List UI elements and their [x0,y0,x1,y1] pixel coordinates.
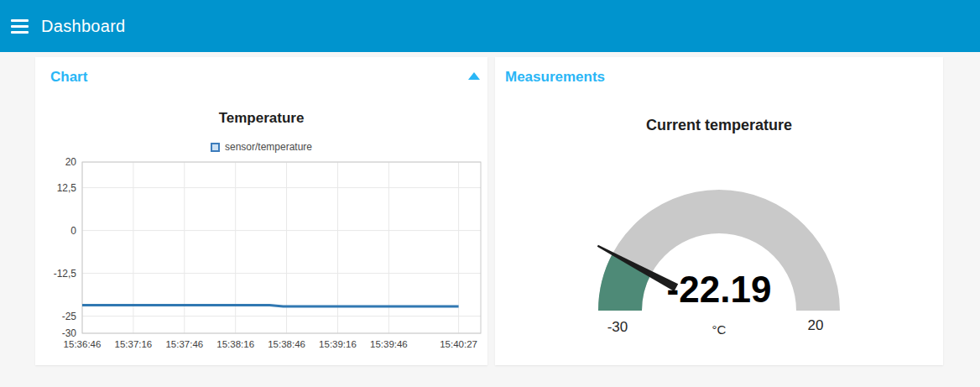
page-title: Dashboard [41,17,126,36]
legend-swatch-icon [211,143,220,152]
legend-item[interactable]: sensor/temperature [35,141,487,153]
gauge-min-label: -30 [607,319,628,336]
gauge-unit-label: °C [712,322,727,337]
chart-card-title: Chart [50,69,87,86]
y-tick-label: 0 [70,225,76,237]
measurements-card-title: Measurements [505,69,605,86]
menu-button[interactable] [11,19,29,34]
series-line [82,306,459,307]
x-tick-label: 15:39:16 [319,339,357,349]
x-tick-label: 15:39:46 [370,339,408,349]
x-tick-label: 15:37:46 [165,339,203,349]
x-tick-label: 15:38:16 [216,339,254,349]
gauge-title: Current temperature [495,117,943,134]
triangle-up-icon [468,72,480,80]
chart-title: Temperature [35,110,487,127]
temperature-line-chart[interactable]: 15:36:4615:37:1615:37:4615:38:1615:38:46… [35,156,487,365]
x-tick-label: 15:37:16 [115,339,153,349]
hamburger-icon [11,19,29,22]
collapse-button[interactable] [465,67,483,84]
x-tick-label: 15:38:46 [268,339,305,349]
hamburger-icon [11,25,29,28]
y-tick-label: 12,5 [57,182,77,194]
measurements-widget-card: Measurements Current temperature -22.19 … [495,57,943,365]
gauge-max-label: 20 [808,317,824,334]
x-tick-label: 15:36:46 [64,339,102,349]
gauge-value: -22.19 [667,271,772,308]
y-tick-label: -30 [62,327,77,339]
x-tick-label: 15:40:27 [440,339,477,349]
y-tick-label: -12,5 [54,268,77,280]
app-header: Dashboard [0,0,980,52]
y-tick-label: 20 [65,156,77,168]
legend-label: sensor/temperature [225,141,312,153]
hamburger-icon [11,31,29,34]
chart-widget-card: Chart Temperature sensor/temperature 15:… [35,57,487,365]
y-tick-label: -25 [62,311,77,322]
